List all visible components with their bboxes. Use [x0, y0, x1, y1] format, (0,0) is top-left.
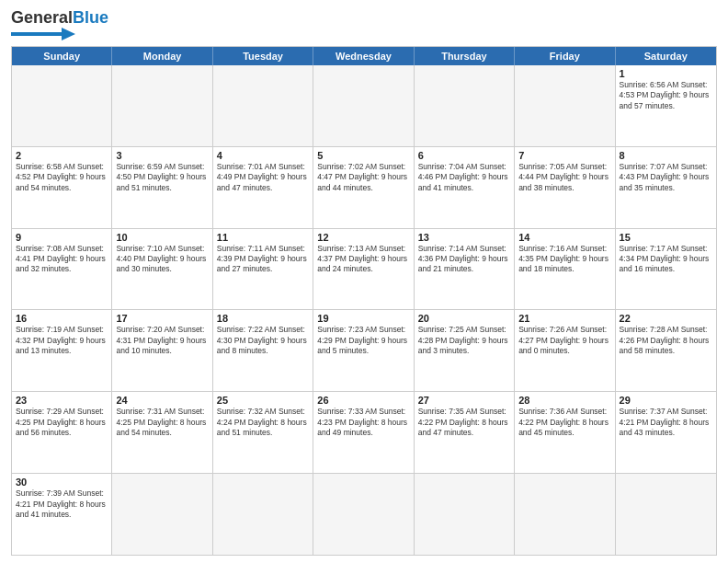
day-cell: 10Sunrise: 7:10 AM Sunset: 4:40 PM Dayli… — [112, 229, 212, 310]
day-cell — [313, 65, 414, 146]
day-number: 21 — [518, 313, 610, 324]
day-cell — [213, 65, 313, 146]
calendar-body: 1Sunrise: 6:56 AM Sunset: 4:53 PM Daylig… — [12, 65, 716, 555]
logo-general: General — [11, 8, 73, 27]
day-number: 4 — [217, 150, 309, 161]
week-row: 16Sunrise: 7:19 AM Sunset: 4:32 PM Dayli… — [12, 310, 716, 392]
day-cell: 8Sunrise: 7:07 AM Sunset: 4:43 PM Daylig… — [616, 147, 716, 228]
day-info: Sunrise: 7:10 AM Sunset: 4:40 PM Dayligh… — [116, 244, 208, 275]
day-cell: 24Sunrise: 7:31 AM Sunset: 4:25 PM Dayli… — [112, 392, 212, 473]
day-cell — [112, 474, 212, 555]
day-cell: 27Sunrise: 7:35 AM Sunset: 4:22 PM Dayli… — [415, 392, 515, 473]
calendar: SundayMondayTuesdayWednesdayThursdayFrid… — [11, 46, 717, 556]
logo: GeneralBlue — [11, 9, 108, 40]
day-number: 17 — [116, 313, 208, 324]
day-cell — [415, 474, 515, 555]
day-number: 24 — [116, 395, 208, 406]
day-cell: 5Sunrise: 7:02 AM Sunset: 4:47 PM Daylig… — [313, 147, 414, 228]
day-info: Sunrise: 7:22 AM Sunset: 4:30 PM Dayligh… — [217, 325, 309, 356]
day-cell: 13Sunrise: 7:14 AM Sunset: 4:36 PM Dayli… — [415, 229, 515, 310]
day-number: 8 — [620, 150, 712, 161]
day-number: 1 — [620, 68, 712, 79]
day-header: Wednesday — [313, 47, 414, 65]
day-cell — [213, 474, 313, 555]
day-cell: 19Sunrise: 7:23 AM Sunset: 4:29 PM Dayli… — [313, 310, 414, 391]
day-number: 11 — [217, 232, 309, 243]
day-cell: 22Sunrise: 7:28 AM Sunset: 4:26 PM Dayli… — [616, 310, 716, 391]
day-info: Sunrise: 7:19 AM Sunset: 4:32 PM Dayligh… — [16, 325, 108, 356]
day-cell: 2Sunrise: 6:58 AM Sunset: 4:52 PM Daylig… — [12, 147, 112, 228]
day-number: 22 — [620, 313, 712, 324]
day-header: Sunday — [12, 47, 112, 65]
week-row: 1Sunrise: 6:56 AM Sunset: 4:53 PM Daylig… — [12, 65, 716, 147]
day-info: Sunrise: 6:59 AM Sunset: 4:50 PM Dayligh… — [116, 162, 208, 193]
day-cell: 23Sunrise: 7:29 AM Sunset: 4:25 PM Dayli… — [12, 392, 112, 473]
day-number: 9 — [16, 232, 108, 243]
day-info: Sunrise: 7:33 AM Sunset: 4:23 PM Dayligh… — [317, 407, 409, 438]
svg-marker-1 — [62, 28, 75, 40]
page: GeneralBlue SundayMondayTuesdayWednesday… — [0, 0, 728, 563]
day-info: Sunrise: 7:37 AM Sunset: 4:21 PM Dayligh… — [620, 407, 712, 438]
logo-text: GeneralBlue — [11, 9, 108, 28]
day-cell: 1Sunrise: 6:56 AM Sunset: 4:53 PM Daylig… — [616, 65, 716, 146]
day-number: 5 — [317, 150, 409, 161]
day-info: Sunrise: 7:11 AM Sunset: 4:39 PM Dayligh… — [217, 244, 309, 275]
day-cell — [112, 65, 212, 146]
day-number: 26 — [317, 395, 409, 406]
logo-flag — [11, 28, 75, 40]
day-cell — [313, 474, 414, 555]
day-info: Sunrise: 7:26 AM Sunset: 4:27 PM Dayligh… — [518, 325, 610, 356]
day-number: 19 — [317, 313, 409, 324]
day-number: 13 — [418, 232, 510, 243]
day-cell — [12, 65, 112, 146]
day-info: Sunrise: 7:13 AM Sunset: 4:37 PM Dayligh… — [317, 244, 409, 275]
week-row: 23Sunrise: 7:29 AM Sunset: 4:25 PM Dayli… — [12, 392, 716, 474]
day-info: Sunrise: 7:07 AM Sunset: 4:43 PM Dayligh… — [620, 162, 712, 193]
day-cell: 9Sunrise: 7:08 AM Sunset: 4:41 PM Daylig… — [12, 229, 112, 310]
day-cell: 6Sunrise: 7:04 AM Sunset: 4:46 PM Daylig… — [415, 147, 515, 228]
day-cell: 30Sunrise: 7:39 AM Sunset: 4:21 PM Dayli… — [12, 474, 112, 555]
day-number: 12 — [317, 232, 409, 243]
day-info: Sunrise: 7:17 AM Sunset: 4:34 PM Dayligh… — [620, 244, 712, 275]
day-info: Sunrise: 6:56 AM Sunset: 4:53 PM Dayligh… — [620, 80, 712, 111]
day-headers: SundayMondayTuesdayWednesdayThursdayFrid… — [12, 47, 716, 65]
day-number: 3 — [116, 150, 208, 161]
week-row: 2Sunrise: 6:58 AM Sunset: 4:52 PM Daylig… — [12, 147, 716, 229]
day-cell: 25Sunrise: 7:32 AM Sunset: 4:24 PM Dayli… — [213, 392, 313, 473]
day-info: Sunrise: 7:05 AM Sunset: 4:44 PM Dayligh… — [518, 162, 610, 193]
day-number: 23 — [16, 395, 108, 406]
day-header: Saturday — [616, 47, 716, 65]
day-number: 29 — [620, 395, 712, 406]
day-info: Sunrise: 7:02 AM Sunset: 4:47 PM Dayligh… — [317, 162, 409, 193]
day-cell: 4Sunrise: 7:01 AM Sunset: 4:49 PM Daylig… — [213, 147, 313, 228]
day-cell — [515, 474, 615, 555]
day-number: 2 — [16, 150, 108, 161]
day-cell — [415, 65, 515, 146]
day-header: Monday — [112, 47, 212, 65]
svg-rect-0 — [11, 32, 62, 36]
day-info: Sunrise: 7:32 AM Sunset: 4:24 PM Dayligh… — [217, 407, 309, 438]
day-cell: 3Sunrise: 6:59 AM Sunset: 4:50 PM Daylig… — [112, 147, 212, 228]
day-number: 7 — [518, 150, 610, 161]
day-number: 20 — [418, 313, 510, 324]
day-number: 28 — [518, 395, 610, 406]
day-cell: 18Sunrise: 7:22 AM Sunset: 4:30 PM Dayli… — [213, 310, 313, 391]
day-info: Sunrise: 7:35 AM Sunset: 4:22 PM Dayligh… — [418, 407, 510, 438]
day-number: 6 — [418, 150, 510, 161]
day-info: Sunrise: 7:08 AM Sunset: 4:41 PM Dayligh… — [16, 244, 108, 275]
day-cell: 21Sunrise: 7:26 AM Sunset: 4:27 PM Dayli… — [515, 310, 615, 391]
day-cell: 17Sunrise: 7:20 AM Sunset: 4:31 PM Dayli… — [112, 310, 212, 391]
day-number: 18 — [217, 313, 309, 324]
day-cell: 26Sunrise: 7:33 AM Sunset: 4:23 PM Dayli… — [313, 392, 414, 473]
day-cell: 29Sunrise: 7:37 AM Sunset: 4:21 PM Dayli… — [616, 392, 716, 473]
day-number: 15 — [620, 232, 712, 243]
day-info: Sunrise: 7:25 AM Sunset: 4:28 PM Dayligh… — [418, 325, 510, 356]
day-number: 14 — [518, 232, 610, 243]
day-number: 16 — [16, 313, 108, 324]
day-info: Sunrise: 7:28 AM Sunset: 4:26 PM Dayligh… — [620, 325, 712, 356]
day-number: 27 — [418, 395, 510, 406]
day-info: Sunrise: 7:31 AM Sunset: 4:25 PM Dayligh… — [116, 407, 208, 438]
day-cell: 12Sunrise: 7:13 AM Sunset: 4:37 PM Dayli… — [313, 229, 414, 310]
day-info: Sunrise: 7:23 AM Sunset: 4:29 PM Dayligh… — [317, 325, 409, 356]
day-info: Sunrise: 7:39 AM Sunset: 4:21 PM Dayligh… — [16, 488, 108, 520]
